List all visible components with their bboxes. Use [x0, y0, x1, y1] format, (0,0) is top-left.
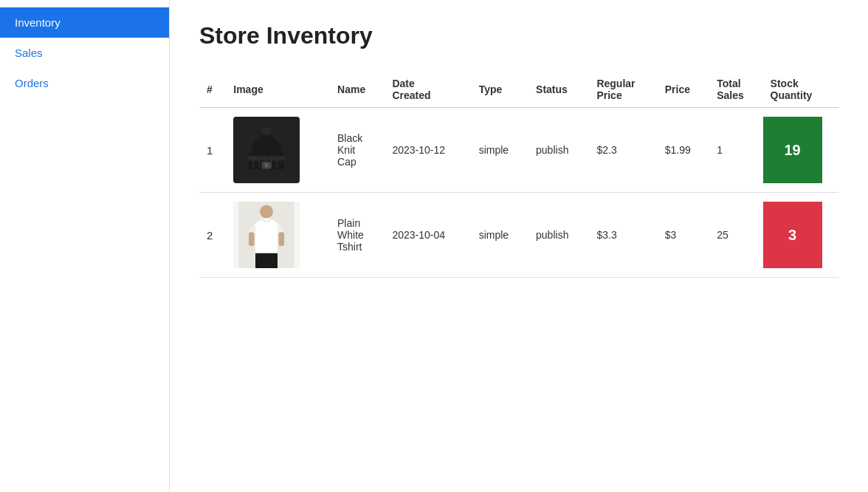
- row2-date: 2023-10-04: [385, 193, 471, 278]
- shirt-svg: [233, 202, 300, 268]
- beanie-svg: B: [237, 120, 296, 180]
- svg-rect-14: [255, 253, 278, 268]
- svg-text:B: B: [265, 163, 268, 168]
- row2-type: simple: [472, 193, 528, 278]
- row1-status: publish: [528, 108, 589, 193]
- svg-point-9: [263, 127, 271, 135]
- row2-regular-price: $3.3: [589, 193, 657, 278]
- col-header-name: Name: [330, 72, 385, 108]
- col-header-regular-price: RegularPrice: [589, 72, 657, 108]
- sidebar: Inventory Sales Orders: [0, 0, 170, 492]
- row2-total-sales: 25: [709, 193, 762, 278]
- row1-date: 2023-10-12: [385, 108, 471, 193]
- col-header-image: Image: [226, 72, 330, 108]
- row1-price: $1.99: [658, 108, 709, 193]
- row1-image-cell: B: [226, 108, 330, 193]
- product-image-shirt: [233, 202, 300, 268]
- row1-stock-quantity-badge: 19: [763, 117, 822, 183]
- row2-image-cell: [226, 193, 330, 278]
- sidebar-item-inventory[interactable]: Inventory: [0, 7, 169, 38]
- product-image-beanie: B: [233, 117, 300, 183]
- row1-number: 1: [199, 108, 226, 193]
- col-header-stock-quantity: StockQuantity: [763, 72, 838, 108]
- sidebar-item-sales[interactable]: Sales: [0, 38, 169, 68]
- main-content: Store Inventory # Image Name DateCreated…: [170, 0, 868, 492]
- page-title: Store Inventory: [199, 22, 838, 49]
- table-header-row: # Image Name DateCreated Type Status Reg…: [199, 72, 838, 108]
- row1-regular-price: $2.3: [589, 108, 657, 193]
- col-header-date: DateCreated: [385, 72, 471, 108]
- svg-rect-12: [249, 232, 255, 246]
- sidebar-item-orders[interactable]: Orders: [0, 68, 169, 98]
- row2-number: 2: [199, 193, 226, 278]
- col-header-status: Status: [528, 72, 589, 108]
- inventory-table: # Image Name DateCreated Type Status Reg…: [199, 72, 838, 278]
- row2-price: $3: [658, 193, 709, 278]
- row2-stock-quantity-cell: 3: [763, 193, 838, 278]
- table-row: 2: [199, 193, 838, 278]
- row2-stock-quantity-badge: 3: [763, 202, 822, 268]
- row2-name: Plain White Tshirt: [330, 193, 385, 278]
- svg-point-11: [260, 205, 273, 219]
- col-header-number: #: [199, 72, 226, 108]
- table-row: 1: [199, 108, 838, 193]
- svg-rect-13: [279, 232, 285, 246]
- row1-name: Black Knit Cap: [330, 108, 385, 193]
- col-header-price: Price: [658, 72, 709, 108]
- col-header-type: Type: [472, 72, 528, 108]
- row1-stock-quantity-cell: 19: [763, 108, 838, 193]
- row2-status: publish: [528, 193, 589, 278]
- col-header-total-sales: TotalSales: [709, 72, 762, 108]
- row1-type: simple: [472, 108, 528, 193]
- row1-total-sales: 1: [709, 108, 762, 193]
